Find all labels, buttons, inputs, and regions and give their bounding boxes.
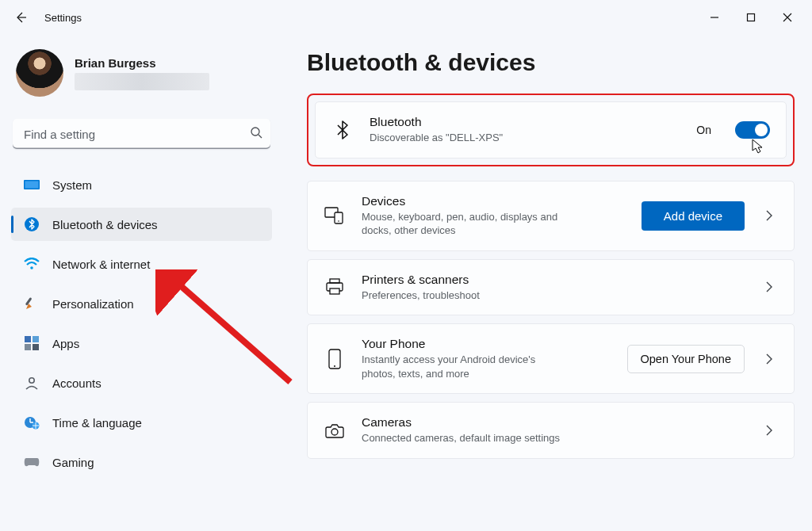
page-title: Bluetooth & devices xyxy=(307,49,795,76)
sidebar-item-label: System xyxy=(52,178,92,192)
sidebar-item-label: Bluetooth & devices xyxy=(52,218,158,231)
svg-point-1 xyxy=(251,128,259,136)
printer-icon xyxy=(324,278,346,296)
svg-rect-7 xyxy=(25,336,31,342)
open-your-phone-button[interactable]: Open Your Phone xyxy=(627,345,745,373)
card-subtitle: Connected cameras, default image setting… xyxy=(362,431,745,445)
sidebar-item-label: Network & internet xyxy=(52,258,150,271)
card-title: Your Phone xyxy=(362,337,611,351)
maximize-icon xyxy=(746,13,756,22)
sidebar-item-apps[interactable]: Apps xyxy=(11,327,272,360)
window-title: Settings xyxy=(44,12,82,24)
sidebar-item-time[interactable]: Time & language xyxy=(11,406,272,439)
printers-card[interactable]: Printers & scanners Preferences, trouble… xyxy=(307,259,795,316)
card-subtitle: Instantly access your Android device's p… xyxy=(362,353,568,380)
svg-rect-9 xyxy=(25,344,31,350)
content-area: Bluetooth & devices Bluetooth Discoverab… xyxy=(285,35,801,531)
titlebar: Settings xyxy=(0,0,812,35)
card-subtitle: Mouse, keyboard, pen, audio, displays an… xyxy=(362,210,568,238)
apps-icon xyxy=(24,335,40,351)
cursor-icon xyxy=(751,139,764,155)
phone-icon xyxy=(324,349,346,369)
search-container xyxy=(13,119,270,149)
svg-rect-15 xyxy=(335,212,343,223)
sidebar-item-label: Gaming xyxy=(52,456,94,469)
annotation-highlight: Bluetooth Discoverable as "DELL-XPS" On xyxy=(307,94,795,166)
chevron-right-icon xyxy=(760,210,778,221)
maximize-button[interactable] xyxy=(733,6,769,29)
accounts-icon xyxy=(24,375,40,391)
card-subtitle: Preferences, troubleshoot xyxy=(362,288,745,303)
bluetooth-toggle[interactable] xyxy=(735,121,770,139)
svg-rect-8 xyxy=(33,336,39,342)
clock-globe-icon xyxy=(24,414,40,430)
paintbrush-icon xyxy=(24,296,40,311)
chevron-right-icon xyxy=(760,281,778,292)
svg-rect-17 xyxy=(330,279,339,283)
profile-block[interactable]: Brian Burgess xyxy=(11,35,272,105)
profile-name: Brian Burgess xyxy=(75,56,209,70)
svg-rect-19 xyxy=(330,288,339,294)
minimize-button[interactable] xyxy=(696,6,733,29)
wifi-icon xyxy=(24,256,40,272)
svg-point-22 xyxy=(331,429,338,435)
sidebar-item-accounts[interactable]: Accounts xyxy=(11,366,272,399)
svg-point-5 xyxy=(30,266,33,269)
card-title: Cameras xyxy=(362,415,745,430)
card-title: Devices xyxy=(362,194,626,208)
sidebar-item-gaming[interactable]: Gaming xyxy=(11,445,272,479)
sidebar-item-label: Time & language xyxy=(52,416,142,430)
svg-rect-3 xyxy=(25,181,39,189)
add-device-button[interactable]: Add device xyxy=(642,201,745,231)
system-icon xyxy=(24,177,40,193)
search-input[interactable] xyxy=(13,119,270,149)
card-title: Printers & scanners xyxy=(362,273,745,287)
chevron-right-icon xyxy=(760,353,778,365)
arrow-left-icon xyxy=(14,11,27,24)
chevron-right-icon xyxy=(760,425,778,436)
close-button[interactable] xyxy=(769,6,806,29)
svg-point-16 xyxy=(338,220,339,222)
bluetooth-icon xyxy=(24,216,40,232)
sidebar-item-label: Apps xyxy=(52,337,79,350)
sidebar-item-system[interactable]: System xyxy=(11,168,272,201)
devices-icon xyxy=(324,207,346,224)
close-icon xyxy=(783,13,792,22)
bluetooth-toggle-card[interactable]: Bluetooth Discoverable as "DELL-XPS" On xyxy=(315,101,787,159)
avatar xyxy=(16,49,63,97)
camera-icon xyxy=(324,422,346,438)
bluetooth-icon xyxy=(331,120,354,139)
sidebar-item-label: Accounts xyxy=(52,376,102,390)
search-icon xyxy=(250,126,262,142)
svg-rect-0 xyxy=(748,14,755,21)
sidebar-item-label: Personalization xyxy=(52,297,134,311)
profile-email-redacted xyxy=(75,73,209,90)
card-subtitle: Discoverable as "DELL-XPS" xyxy=(370,131,680,145)
svg-point-11 xyxy=(29,378,34,383)
svg-point-21 xyxy=(334,365,335,367)
nav-list: System Bluetooth & devices Network & int… xyxy=(11,168,272,485)
cameras-card[interactable]: Cameras Connected cameras, default image… xyxy=(307,402,795,459)
sidebar-item-personalization[interactable]: Personalization xyxy=(11,287,272,320)
window-controls xyxy=(696,6,806,29)
your-phone-card[interactable]: Your Phone Instantly access your Android… xyxy=(307,323,795,394)
sidebar-item-network[interactable]: Network & internet xyxy=(11,247,272,281)
back-button[interactable] xyxy=(6,3,35,32)
card-title: Bluetooth xyxy=(370,115,680,129)
svg-rect-10 xyxy=(33,344,39,350)
sidebar-item-bluetooth[interactable]: Bluetooth & devices xyxy=(11,208,272,241)
minimize-icon xyxy=(710,13,719,22)
gaming-icon xyxy=(24,454,40,470)
toggle-state-label: On xyxy=(696,124,711,136)
devices-card[interactable]: Devices Mouse, keyboard, pen, audio, dis… xyxy=(307,181,795,251)
sidebar: Brian Burgess System Bluetooth & dev xyxy=(11,35,285,531)
